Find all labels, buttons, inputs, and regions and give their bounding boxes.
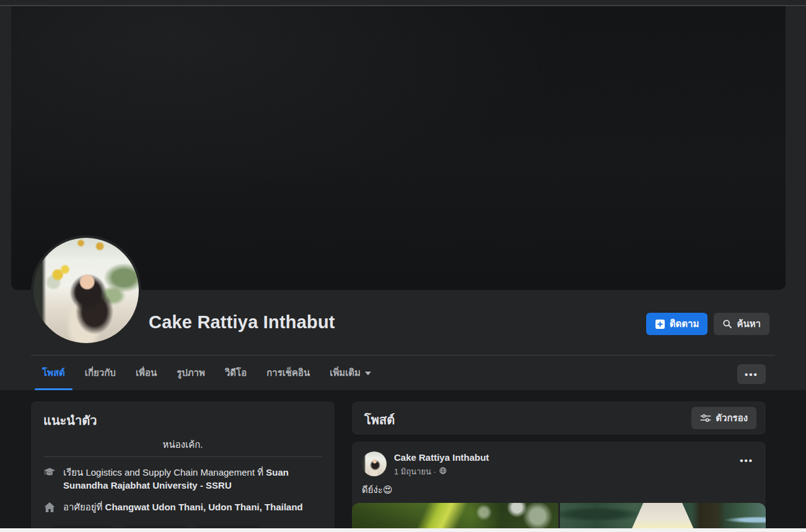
tab-posts[interactable]: โพสต์: [32, 355, 75, 390]
lives-row: อาศัยอยู่ที่ Changwat Udon Thani, Udon T…: [43, 500, 322, 517]
post-image-banana-leaf[interactable]: [352, 503, 558, 532]
tab-friends[interactable]: เพื่อน: [126, 355, 167, 390]
tab-videos[interactable]: วิดีโอ: [215, 355, 256, 390]
search-button-label: ค้นหา: [737, 316, 761, 331]
active-tab-underline: [35, 388, 72, 390]
search-icon: [722, 319, 732, 329]
lives-place-link[interactable]: Changwat Udon Thani, Udon Thani, Thailan…: [105, 502, 303, 512]
profile-picture[interactable]: [33, 238, 139, 343]
posts-filter-button[interactable]: ตัวกรอง: [691, 407, 756, 429]
intro-card: แนะนำตัว หน่องเค้ก. เรียน Logistics and …: [31, 401, 335, 532]
intro-divider: [43, 456, 322, 457]
profile-name: Cake Rattiya Inthabut: [149, 312, 335, 333]
tab-photos[interactable]: รูปภาพ: [167, 355, 215, 390]
post-text: ดีย์ง่ะ😍: [362, 482, 393, 497]
tab-about[interactable]: เกี่ยวกับ: [75, 355, 126, 390]
profile-more-options-button[interactable]: •••: [737, 364, 766, 384]
follow-button[interactable]: ติดตาม: [646, 313, 708, 335]
intro-title: แนะนำตัว: [43, 411, 97, 430]
follow-button-label: ติดตาม: [670, 316, 699, 331]
post: Cake Rattiya Inthabut 1 มิถุนายน · ••• ด…: [352, 442, 766, 532]
post-image-pendant-lamp[interactable]: [560, 503, 766, 532]
house-icon: [43, 500, 56, 517]
profile-header: Cake Rattiya Inthabut ติดตาม: [0, 6, 806, 390]
graduation-cap-icon: [43, 466, 56, 492]
ellipsis-icon: •••: [745, 370, 758, 379]
tab-more[interactable]: เพิ่มเติม: [320, 355, 381, 390]
ellipsis-icon: •••: [740, 455, 753, 466]
posts-section-title: โพสต์: [364, 410, 395, 430]
post-author-avatar[interactable]: [362, 451, 387, 476]
chevron-down-icon: [365, 372, 371, 375]
post-meta: 1 มิถุนายน ·: [394, 465, 447, 478]
education-row: เรียน Logistics and Supply Chain Managem…: [43, 466, 322, 492]
tab-checkins[interactable]: การเช็คอิน: [256, 355, 320, 390]
facebook-profile-page: Cake Rattiya Inthabut ติดตาม: [0, 0, 806, 532]
profile-tabs: โพสต์ เกี่ยวกับ เพื่อน รูปภาพ วิดีโอ การ…: [32, 355, 381, 390]
education-text: เรียน Logistics and Supply Chain Managem…: [63, 466, 322, 492]
post-timestamp[interactable]: 1 มิถุนายน ·: [394, 465, 436, 478]
post-author-name[interactable]: Cake Rattiya Inthabut: [394, 452, 489, 463]
navbar-bottom-edge: [0, 0, 806, 5]
search-profile-button[interactable]: ค้นหา: [714, 313, 769, 335]
filter-button-label: ตัวกรอง: [716, 411, 748, 425]
lamp-shade-shape: [626, 503, 700, 532]
posts-section-header: โพสต์ ตัวกรอง: [352, 401, 766, 435]
person-add-icon: [655, 319, 665, 329]
intro-bio: หน่องเค้ก.: [31, 437, 335, 452]
lives-text: อาศัยอยู่ที่ Changwat Udon Thani, Udon T…: [63, 500, 303, 517]
globe-icon: [439, 467, 447, 476]
bottom-edge-strip: [0, 528, 806, 532]
filters-icon: [700, 413, 711, 423]
post-options-button[interactable]: •••: [736, 455, 757, 466]
post-images: [352, 503, 766, 532]
cover-photo[interactable]: [11, 6, 786, 290]
profile-actions: ติดตาม ค้นหา: [646, 313, 769, 335]
